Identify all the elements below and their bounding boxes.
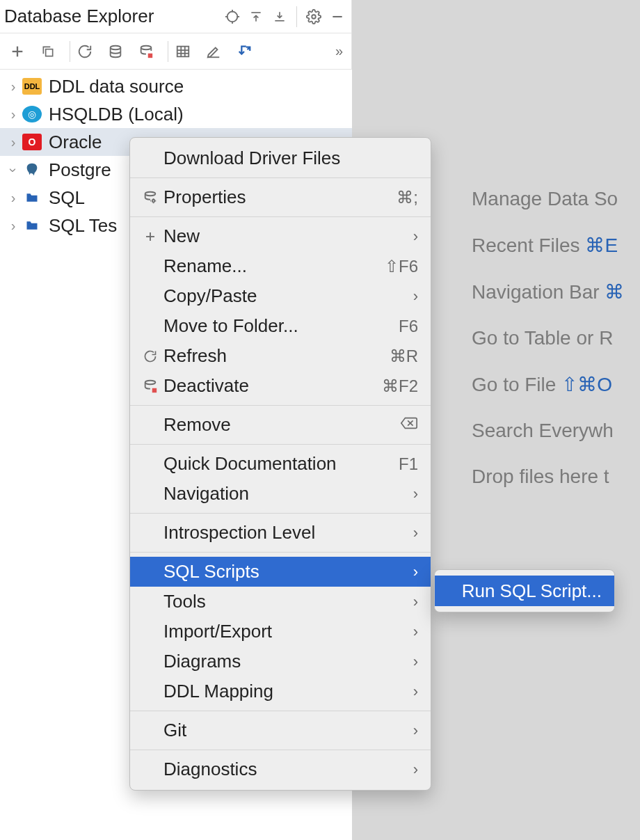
oracle-icon: O <box>22 134 42 150</box>
refresh-icon <box>138 349 162 363</box>
submenu-arrow-icon: › <box>413 485 418 503</box>
submenu-arrow-icon: › <box>413 563 418 581</box>
menu-separator <box>130 552 431 553</box>
edit-button[interactable] <box>202 40 225 63</box>
submenu-arrow-icon: › <box>413 623 418 641</box>
menu-introspection-level[interactable]: Introspection Level › <box>130 518 431 548</box>
separator <box>296 6 297 27</box>
tree-node-ddl[interactable]: › DDL DDL data source <box>0 72 352 100</box>
svg-point-28 <box>145 380 156 384</box>
db-stack-button[interactable] <box>104 40 127 63</box>
deactivate-icon <box>138 379 162 394</box>
panel-title-bar: Database Explorer <box>0 0 352 33</box>
menu-quick-documentation[interactable]: Quick Documentation F1 <box>130 449 431 479</box>
svg-point-14 <box>111 45 121 49</box>
hint-go-to-table[interactable]: Go to Table or R <box>472 327 640 349</box>
separator <box>70 41 70 62</box>
properties-icon <box>138 190 162 205</box>
submenu-arrow-icon: › <box>413 761 418 779</box>
hsqldb-icon: ◎ <box>22 106 42 122</box>
submenu-arrow-icon: › <box>413 683 418 701</box>
chevron-right-icon[interactable]: › <box>4 79 22 95</box>
tree-node-label: DDL data source <box>49 76 184 97</box>
hint-search-everywhere[interactable]: Search Everywh <box>472 420 640 442</box>
submenu-run-sql-script[interactable]: Run SQL Script... <box>435 576 614 606</box>
sql-scripts-submenu[interactable]: Run SQL Script... <box>434 569 615 612</box>
hint-drop-files: Drop files here t <box>472 466 640 488</box>
folder-icon <box>22 189 42 206</box>
menu-separator <box>130 750 431 750</box>
svg-rect-17 <box>177 46 189 56</box>
tree-node-label: Postgre <box>49 159 111 181</box>
hint-go-to-file[interactable]: Go to File ⇧⌘O <box>472 373 640 396</box>
svg-point-25 <box>152 199 155 202</box>
refresh-button[interactable] <box>73 40 97 63</box>
menu-new[interactable]: New › <box>130 221 431 251</box>
svg-rect-29 <box>152 388 157 392</box>
separator <box>168 41 168 62</box>
tree-node-label: Oracle <box>49 132 102 153</box>
backspace-icon <box>400 416 418 434</box>
chevron-right-icon[interactable]: › <box>4 190 22 206</box>
menu-git[interactable]: Git › <box>130 715 431 745</box>
menu-diagrams[interactable]: Diagrams › <box>130 647 431 676</box>
svg-point-0 <box>227 11 238 22</box>
menu-separator <box>130 405 431 406</box>
menu-import-export[interactable]: Import/Export › <box>130 617 431 647</box>
ddl-icon: DDL <box>22 78 42 95</box>
menu-download-driver[interactable]: Download Driver Files <box>130 143 431 173</box>
db-stop-button[interactable] <box>134 40 158 63</box>
submenu-arrow-icon: › <box>413 653 418 671</box>
tree-node-label: HSQLDB (Local) <box>49 104 184 125</box>
context-menu[interactable]: Download Driver Files Properties ⌘; New … <box>129 137 431 791</box>
table-button[interactable] <box>171 40 195 63</box>
panel-title: Database Explorer <box>0 6 223 27</box>
postgres-icon <box>22 161 42 178</box>
menu-refresh[interactable]: Refresh ⌘R <box>130 341 431 371</box>
svg-point-9 <box>312 15 316 19</box>
menu-move-to-folder[interactable]: Move to Folder... F6 <box>130 311 431 341</box>
menu-ddl-mapping[interactable]: DDL Mapping › <box>130 676 431 706</box>
menu-deactivate[interactable]: Deactivate ⌘F2 <box>130 371 431 401</box>
more-button[interactable]: » <box>335 43 343 59</box>
menu-diagnostics[interactable]: Diagnostics › <box>130 754 431 784</box>
menu-separator <box>130 444 431 445</box>
tree-node-label: SQL <box>49 187 85 209</box>
menu-sql-scripts[interactable]: SQL Scripts › <box>130 557 431 587</box>
menu-rename[interactable]: Rename... ⇧F6 <box>130 251 431 281</box>
menu-navigation[interactable]: Navigation › <box>130 479 431 509</box>
menu-tools[interactable]: Tools › <box>130 587 431 617</box>
svg-point-24 <box>145 191 156 196</box>
hint-navigation-bar[interactable]: Navigation Bar ⌘ <box>472 280 640 303</box>
svg-rect-16 <box>148 53 152 57</box>
gear-icon[interactable] <box>304 7 323 26</box>
chevron-right-icon[interactable]: › <box>4 218 22 234</box>
submenu-arrow-icon: › <box>413 593 418 611</box>
hint-recent-files[interactable]: Recent Files ⌘E <box>472 234 640 257</box>
menu-separator <box>130 177 431 178</box>
submenu-arrow-icon: › <box>413 287 418 306</box>
menu-remove[interactable]: Remove <box>130 410 431 440</box>
menu-properties[interactable]: Properties ⌘; <box>130 182 431 212</box>
menu-separator <box>130 216 431 217</box>
collapse-all-icon[interactable] <box>270 7 289 26</box>
chevron-right-icon[interactable]: › <box>4 134 22 150</box>
expand-all-icon[interactable] <box>246 7 266 26</box>
menu-copy-paste[interactable]: Copy/Paste › <box>130 281 431 311</box>
svg-rect-13 <box>46 49 53 56</box>
folder-icon <box>22 217 42 234</box>
menu-separator <box>130 513 431 514</box>
hint-manage-data-sources[interactable]: Manage Data So <box>472 188 640 210</box>
jump-to-console-button[interactable] <box>232 40 256 63</box>
plus-icon <box>138 230 162 243</box>
submenu-arrow-icon: › <box>413 524 418 542</box>
submenu-arrow-icon: › <box>413 722 418 740</box>
chevron-right-icon[interactable]: › <box>4 106 22 122</box>
chevron-down-icon[interactable]: › <box>6 161 22 179</box>
minimize-icon[interactable] <box>328 7 347 26</box>
add-button[interactable] <box>6 40 29 63</box>
panel-toolbar: » <box>0 33 352 70</box>
tree-node-hsqldb[interactable]: › ◎ HSQLDB (Local) <box>0 100 352 128</box>
duplicate-button[interactable] <box>36 40 60 63</box>
target-icon[interactable] <box>223 7 242 26</box>
